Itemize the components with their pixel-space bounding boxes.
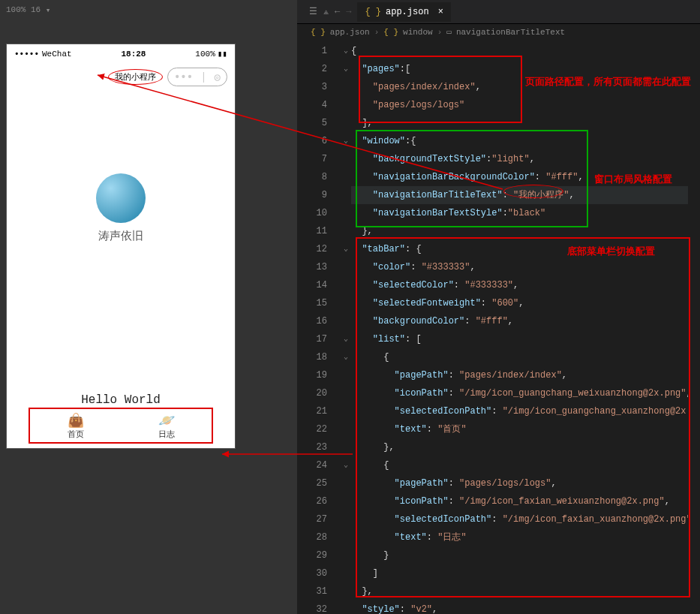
code-line[interactable]: "iconPath": "/img/icon_guangchang_weixua… bbox=[351, 384, 694, 402]
phone-time: 18:28 bbox=[72, 50, 196, 59]
back-icon[interactable]: ← bbox=[335, 7, 340, 17]
zoom-count: 16 bbox=[31, 5, 41, 14]
file-tab-label: app.json bbox=[386, 7, 429, 17]
forward-icon[interactable]: → bbox=[346, 7, 351, 17]
breadcrumb-navtext[interactable]: navigationBarTitleText bbox=[456, 28, 565, 37]
code-line[interactable]: "pagePath": "pages/index/index", bbox=[351, 366, 694, 384]
capsule-menu[interactable]: ••• | ◎ bbox=[167, 68, 227, 86]
tab-home[interactable]: 👜 首页 bbox=[30, 409, 121, 442]
bookmark-icon[interactable]: ⟁ bbox=[323, 7, 329, 17]
code-line[interactable]: }, bbox=[351, 582, 694, 600]
username-label: 涛声依旧 bbox=[7, 229, 235, 243]
json-icon: { } bbox=[311, 28, 326, 37]
line-gutter: 1234567891011121314151617181920212223242… bbox=[309, 42, 341, 614]
code-line[interactable]: "color": "#333333", bbox=[351, 258, 694, 276]
phone-simulator: ••••• WeChat 18:28 100% ▮▮ 我的小程序 ••• | ◎… bbox=[6, 44, 236, 449]
json-icon: { } bbox=[365, 7, 381, 17]
phone-statusbar: ••••• WeChat 18:28 100% ▮▮ bbox=[7, 44, 235, 63]
code-editor: ☰ ⟁ ← → { } app.json × { } app.json › { … bbox=[297, 0, 700, 614]
battery-label: 100% bbox=[195, 50, 215, 59]
code-line[interactable]: "style": "v2", bbox=[351, 600, 694, 614]
code-line[interactable]: "selectedIconPath": "/img/icon_faxian_xu… bbox=[351, 510, 694, 528]
code-line[interactable]: "pages/logs/logs" bbox=[351, 96, 694, 114]
code-line[interactable]: { bbox=[351, 348, 694, 366]
planet-icon: 🪐 bbox=[158, 412, 175, 429]
anno-window-label: 窗口布局风格配置 bbox=[594, 173, 672, 186]
code-line[interactable]: "selectedFontweight": "600", bbox=[351, 294, 694, 312]
code-line[interactable]: ] bbox=[351, 564, 694, 582]
abc-icon: ▭ bbox=[446, 27, 452, 37]
anno-tabbar-label: 底部菜单栏切换配置 bbox=[567, 245, 655, 258]
code-line[interactable]: { bbox=[351, 456, 694, 474]
breadcrumb-window[interactable]: window bbox=[403, 28, 433, 37]
indent-icon[interactable]: ☰ bbox=[309, 6, 317, 17]
code-line[interactable]: "backgroundColor": "#fff", bbox=[351, 312, 694, 330]
breadcrumb-file[interactable]: app.json bbox=[330, 28, 370, 37]
tab-logs[interactable]: 🪐 日志 bbox=[121, 409, 212, 442]
breadcrumb[interactable]: { } app.json › { } window › ▭ navigation… bbox=[297, 24, 700, 40]
anno-pages-label: 页面路径配置，所有页面都需在此配置 bbox=[525, 75, 691, 89]
tab-home-label: 首页 bbox=[68, 429, 84, 440]
fold-column[interactable]: ⌄⌄⌄⌄⌄⌄⌄ bbox=[341, 42, 351, 614]
phone-navbar: 我的小程序 ••• | ◎ bbox=[7, 63, 235, 91]
code-line[interactable]: "selectedIconPath": "/img/icon_guangchan… bbox=[351, 402, 694, 420]
code-line[interactable]: "iconPath": "/img/icon_faxian_weixuanzho… bbox=[351, 492, 694, 510]
code-area[interactable]: 1234567891011121314151617181920212223242… bbox=[309, 42, 700, 614]
hello-world-label: Hello World bbox=[7, 393, 235, 407]
json-icon: { } bbox=[383, 28, 398, 37]
code-line[interactable]: { bbox=[351, 42, 694, 60]
code-line[interactable]: "text": "首页" bbox=[351, 420, 694, 438]
user-avatar[interactable] bbox=[96, 173, 146, 223]
minimap[interactable] bbox=[688, 42, 700, 567]
code-line[interactable]: ], bbox=[351, 114, 694, 132]
phone-tabbar: 👜 首页 🪐 日志 bbox=[29, 408, 213, 444]
battery-icon: ▮▮ bbox=[218, 49, 227, 59]
code-line[interactable]: "navigationBarTitleText": "我的小程序", bbox=[351, 186, 694, 204]
code-line[interactable]: } bbox=[351, 546, 694, 564]
editor-tabs: ☰ ⟁ ← → { } app.json × bbox=[297, 0, 700, 24]
code-line[interactable]: }, bbox=[351, 222, 694, 240]
zoom-label: 100% bbox=[6, 5, 26, 14]
close-tab-icon[interactable]: × bbox=[438, 7, 443, 17]
bag-icon: 👜 bbox=[68, 412, 84, 429]
code-line[interactable]: "text": "日志" bbox=[351, 528, 694, 546]
carrier-label: WeChat bbox=[42, 50, 72, 59]
file-tab-appjson[interactable]: { } app.json × bbox=[357, 2, 450, 22]
tab-logs-label: 日志 bbox=[158, 429, 175, 440]
zoom-dropdown-icon[interactable]: ▾ bbox=[46, 5, 51, 15]
app-title-oval: 我的小程序 bbox=[108, 69, 163, 85]
code-line[interactable]: "navigationBarTextStyle":"black" bbox=[351, 204, 694, 222]
code-line[interactable]: "window":{ bbox=[351, 132, 694, 150]
code-line[interactable]: "selectedColor": "#333333", bbox=[351, 276, 694, 294]
code-line[interactable]: "backgroundTextStyle":"light", bbox=[351, 150, 694, 168]
code-line[interactable]: "list": [ bbox=[351, 330, 694, 348]
code-line[interactable]: "pagePath": "pages/logs/logs", bbox=[351, 474, 694, 492]
code-line[interactable]: }, bbox=[351, 438, 694, 456]
